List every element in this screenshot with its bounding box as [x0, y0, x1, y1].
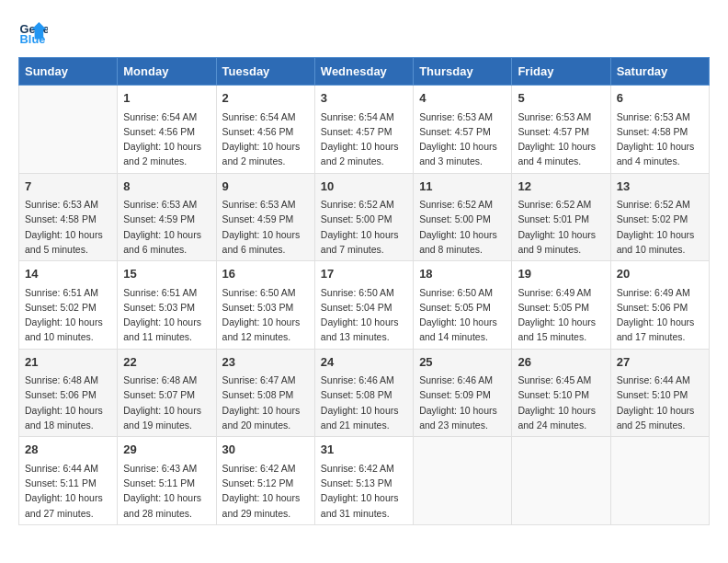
- calendar-table: SundayMondayTuesdayWednesdayThursdayFrid…: [18, 57, 710, 525]
- calendar-cell: [610, 437, 709, 525]
- calendar-cell: 7Sunrise: 6:53 AM Sunset: 4:58 PM Daylig…: [19, 173, 118, 261]
- calendar-cell: 19Sunrise: 6:49 AM Sunset: 5:05 PM Dayli…: [512, 261, 610, 350]
- day-number: 2: [222, 89, 309, 108]
- day-number: 6: [617, 89, 703, 108]
- day-info: Sunrise: 6:48 AM Sunset: 5:07 PM Dayligh…: [123, 373, 210, 432]
- calendar-cell: 15Sunrise: 6:51 AM Sunset: 5:03 PM Dayli…: [118, 261, 216, 350]
- day-info: Sunrise: 6:53 AM Sunset: 4:58 PM Dayligh…: [25, 197, 111, 257]
- calendar-day-header: Wednesday: [314, 58, 413, 86]
- day-number: 14: [25, 265, 111, 283]
- calendar-header-row: SundayMondayTuesdayWednesdayThursdayFrid…: [19, 58, 710, 86]
- calendar-day-header: Thursday: [414, 58, 512, 86]
- calendar-cell: 27Sunrise: 6:44 AM Sunset: 5:10 PM Dayli…: [610, 349, 709, 437]
- day-number: 17: [321, 265, 407, 283]
- calendar-cell: 6Sunrise: 6:53 AM Sunset: 4:58 PM Daylig…: [610, 86, 709, 174]
- calendar-cell: 22Sunrise: 6:48 AM Sunset: 5:07 PM Dayli…: [118, 349, 216, 437]
- calendar-cell: 5Sunrise: 6:53 AM Sunset: 4:57 PM Daylig…: [512, 86, 610, 174]
- day-number: 15: [123, 265, 210, 283]
- day-info: Sunrise: 6:42 AM Sunset: 5:12 PM Dayligh…: [222, 461, 309, 521]
- calendar-cell: 14Sunrise: 6:51 AM Sunset: 5:02 PM Dayli…: [19, 261, 118, 350]
- calendar-cell: [19, 86, 118, 174]
- calendar-cell: 13Sunrise: 6:52 AM Sunset: 5:02 PM Dayli…: [610, 173, 709, 261]
- day-info: Sunrise: 6:51 AM Sunset: 5:03 PM Dayligh…: [123, 285, 210, 345]
- day-number: 5: [518, 89, 604, 108]
- day-info: Sunrise: 6:46 AM Sunset: 5:08 PM Dayligh…: [321, 373, 407, 432]
- day-number: 10: [321, 178, 407, 196]
- day-number: 8: [123, 178, 210, 196]
- calendar-cell: 12Sunrise: 6:52 AM Sunset: 5:01 PM Dayli…: [512, 173, 610, 261]
- calendar-cell: 31Sunrise: 6:42 AM Sunset: 5:13 PM Dayli…: [314, 437, 413, 525]
- day-info: Sunrise: 6:53 AM Sunset: 4:57 PM Dayligh…: [419, 109, 506, 169]
- day-info: Sunrise: 6:54 AM Sunset: 4:56 PM Dayligh…: [123, 109, 210, 169]
- day-number: 3: [321, 89, 407, 108]
- day-number: 18: [419, 265, 506, 283]
- day-number: 4: [419, 89, 506, 108]
- day-number: 22: [123, 353, 210, 372]
- calendar-cell: 8Sunrise: 6:53 AM Sunset: 4:59 PM Daylig…: [118, 173, 216, 261]
- calendar-cell: 1Sunrise: 6:54 AM Sunset: 4:56 PM Daylig…: [118, 86, 216, 174]
- day-info: Sunrise: 6:52 AM Sunset: 5:01 PM Dayligh…: [518, 197, 604, 257]
- calendar-week-row: 14Sunrise: 6:51 AM Sunset: 5:02 PM Dayli…: [19, 261, 710, 350]
- day-info: Sunrise: 6:45 AM Sunset: 5:10 PM Dayligh…: [518, 373, 604, 432]
- calendar-cell: 30Sunrise: 6:42 AM Sunset: 5:12 PM Dayli…: [216, 437, 314, 525]
- day-number: 20: [617, 265, 703, 283]
- day-number: 16: [222, 265, 309, 283]
- day-info: Sunrise: 6:54 AM Sunset: 4:57 PM Dayligh…: [321, 109, 407, 169]
- calendar-week-row: 28Sunrise: 6:44 AM Sunset: 5:11 PM Dayli…: [19, 437, 710, 525]
- day-number: 25: [419, 353, 506, 372]
- day-info: Sunrise: 6:52 AM Sunset: 5:02 PM Dayligh…: [617, 197, 703, 257]
- day-info: Sunrise: 6:53 AM Sunset: 4:59 PM Dayligh…: [222, 197, 309, 257]
- calendar-cell: 23Sunrise: 6:47 AM Sunset: 5:08 PM Dayli…: [216, 349, 314, 437]
- calendar-day-header: Sunday: [19, 58, 118, 86]
- calendar-cell: 21Sunrise: 6:48 AM Sunset: 5:06 PM Dayli…: [19, 349, 118, 437]
- day-number: 23: [222, 353, 309, 372]
- day-info: Sunrise: 6:50 AM Sunset: 5:04 PM Dayligh…: [321, 285, 407, 345]
- day-info: Sunrise: 6:44 AM Sunset: 5:11 PM Dayligh…: [25, 461, 111, 521]
- logo-icon: General Blue: [18, 18, 48, 48]
- calendar-day-header: Saturday: [610, 58, 709, 86]
- day-number: 7: [25, 178, 111, 196]
- calendar-cell: 18Sunrise: 6:50 AM Sunset: 5:05 PM Dayli…: [414, 261, 512, 350]
- day-info: Sunrise: 6:53 AM Sunset: 4:58 PM Dayligh…: [617, 109, 703, 169]
- calendar-cell: [414, 437, 512, 525]
- calendar-cell: 28Sunrise: 6:44 AM Sunset: 5:11 PM Dayli…: [19, 437, 118, 525]
- calendar-cell: 4Sunrise: 6:53 AM Sunset: 4:57 PM Daylig…: [414, 86, 512, 174]
- day-info: Sunrise: 6:42 AM Sunset: 5:13 PM Dayligh…: [321, 461, 407, 521]
- day-number: 24: [321, 353, 407, 372]
- day-info: Sunrise: 6:43 AM Sunset: 5:11 PM Dayligh…: [123, 461, 210, 521]
- calendar-cell: 29Sunrise: 6:43 AM Sunset: 5:11 PM Dayli…: [118, 437, 216, 525]
- calendar-cell: 25Sunrise: 6:46 AM Sunset: 5:09 PM Dayli…: [414, 349, 512, 437]
- calendar-cell: 16Sunrise: 6:50 AM Sunset: 5:03 PM Dayli…: [216, 261, 314, 350]
- day-number: 13: [617, 178, 703, 196]
- day-number: 26: [518, 353, 604, 372]
- day-info: Sunrise: 6:50 AM Sunset: 5:05 PM Dayligh…: [419, 285, 506, 345]
- calendar-week-row: 21Sunrise: 6:48 AM Sunset: 5:06 PM Dayli…: [19, 349, 710, 437]
- day-number: 19: [518, 265, 604, 283]
- day-number: 21: [25, 353, 111, 372]
- day-number: 11: [419, 178, 506, 196]
- calendar-day-header: Tuesday: [216, 58, 314, 86]
- day-info: Sunrise: 6:54 AM Sunset: 4:56 PM Dayligh…: [222, 109, 309, 169]
- calendar-cell: 17Sunrise: 6:50 AM Sunset: 5:04 PM Dayli…: [314, 261, 413, 350]
- day-info: Sunrise: 6:53 AM Sunset: 4:59 PM Dayligh…: [123, 197, 210, 257]
- day-number: 29: [123, 441, 210, 459]
- day-info: Sunrise: 6:53 AM Sunset: 4:57 PM Dayligh…: [518, 109, 604, 169]
- day-number: 27: [617, 353, 703, 372]
- calendar-cell: 2Sunrise: 6:54 AM Sunset: 4:56 PM Daylig…: [216, 86, 314, 174]
- calendar-cell: 11Sunrise: 6:52 AM Sunset: 5:00 PM Dayli…: [414, 173, 512, 261]
- day-info: Sunrise: 6:50 AM Sunset: 5:03 PM Dayligh…: [222, 285, 309, 345]
- calendar-cell: 10Sunrise: 6:52 AM Sunset: 5:00 PM Dayli…: [314, 173, 413, 261]
- day-number: 31: [321, 441, 407, 459]
- day-info: Sunrise: 6:51 AM Sunset: 5:02 PM Dayligh…: [25, 285, 111, 345]
- calendar-day-header: Monday: [118, 58, 216, 86]
- day-number: 28: [25, 441, 111, 459]
- calendar-cell: 3Sunrise: 6:54 AM Sunset: 4:57 PM Daylig…: [314, 86, 413, 174]
- day-info: Sunrise: 6:49 AM Sunset: 5:05 PM Dayligh…: [518, 285, 604, 345]
- day-info: Sunrise: 6:49 AM Sunset: 5:06 PM Dayligh…: [617, 285, 703, 345]
- day-info: Sunrise: 6:52 AM Sunset: 5:00 PM Dayligh…: [321, 197, 407, 257]
- logo: General Blue: [18, 18, 51, 48]
- day-number: 1: [123, 89, 210, 108]
- calendar-week-row: 7Sunrise: 6:53 AM Sunset: 4:58 PM Daylig…: [19, 173, 710, 261]
- day-number: 30: [222, 441, 309, 459]
- day-number: 9: [222, 178, 309, 196]
